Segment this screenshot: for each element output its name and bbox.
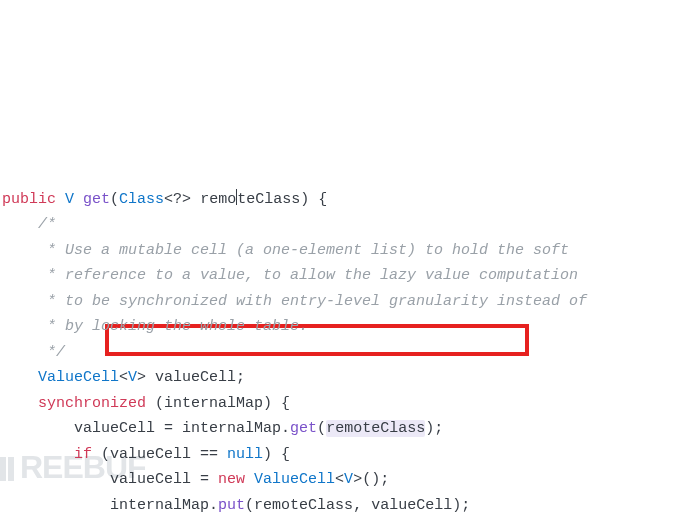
var-valuecell: valueCell (146, 369, 236, 386)
dot2: . (209, 497, 218, 514)
brace-open: { (309, 191, 327, 208)
var-internalmap3: internalMap (110, 497, 209, 514)
semicolon4: ; (461, 497, 470, 514)
semicolon2: ; (434, 420, 443, 437)
equals-equals: == (200, 446, 218, 463)
keyword-synchronized: synchronized (38, 395, 146, 412)
angle-open2: < (335, 471, 344, 488)
wildcard: <?> (164, 191, 191, 208)
method-put: put (218, 497, 245, 514)
comment-line-3: * reference to a value, to allow the laz… (2, 267, 578, 284)
type-v: V (65, 191, 74, 208)
var-internalmap2: internalMap (173, 420, 281, 437)
brace-open3: { (272, 446, 290, 463)
cond-valuecell: valueCell (110, 446, 200, 463)
type-v3: V (344, 471, 353, 488)
type-valuecell2: ValueCell (245, 471, 335, 488)
paren-open2: ( (146, 395, 164, 412)
lhs-valuecell: valueCell (74, 420, 164, 437)
method-get2: get (290, 420, 317, 437)
type-v2: V (128, 369, 137, 386)
null: null (218, 446, 263, 463)
type-class: Class (119, 191, 164, 208)
code-line-10: if (valueCell == null) { (2, 446, 290, 463)
paren-open3: ( (317, 420, 326, 437)
comment-line-1: /* (2, 216, 56, 233)
comment-line-6: */ (2, 344, 65, 361)
angle-close2: > (353, 471, 362, 488)
code-line-1: public V get(Class<?> remoteClass) { (2, 191, 327, 208)
code-line-7: ValueCell<V> valueCell; (2, 369, 245, 386)
paren-open: ( (110, 191, 119, 208)
arg-valuecell: valueCell (362, 497, 452, 514)
type-valuecell: ValueCell (38, 369, 119, 386)
angle-close: > (137, 369, 146, 386)
keyword-new: new (209, 471, 245, 488)
code-block: public V get(Class<?> remoteClass) { /* … (2, 161, 688, 518)
angle-open: < (119, 369, 128, 386)
comma: , (353, 497, 362, 514)
paren-close4: ) (263, 446, 272, 463)
arg-remoteclass: remoteClass (326, 420, 425, 437)
method-get: get (83, 191, 110, 208)
comment-line-5: * by locking the whole table. (2, 318, 308, 335)
comment-line-4: * to be synchronized with entry-level gr… (2, 293, 587, 310)
arg-remoteclass2: remoteClass (254, 497, 353, 514)
comment-line-2: * Use a mutable cell (a one-element list… (2, 242, 569, 259)
paren-open5: ( (245, 497, 254, 514)
semicolon3: ; (380, 471, 389, 488)
param-remoteclass-a: remo (200, 191, 236, 208)
paren-close: ) (300, 191, 309, 208)
code-line-12: internalMap.put(remoteClass, valueCell); (2, 497, 470, 514)
call-parens: () (362, 471, 380, 488)
paren-open4: ( (92, 446, 110, 463)
param-remoteclass-b: teClass (237, 191, 300, 208)
paren-close3: ) (425, 420, 434, 437)
brace-open2: { (272, 395, 290, 412)
paren-close2: ) (263, 395, 272, 412)
equals: = (164, 420, 173, 437)
dot: . (281, 420, 290, 437)
code-line-9: valueCell = internalMap.get(remoteClass)… (2, 420, 443, 437)
equals2: = (200, 471, 209, 488)
text-caret (236, 189, 237, 205)
lhs-valuecell2: valueCell (110, 471, 200, 488)
paren-close5: ) (452, 497, 461, 514)
code-line-8: synchronized (internalMap) { (2, 395, 290, 412)
code-line-11: valueCell = new ValueCell<V>(); (2, 471, 389, 488)
keyword-public: public (2, 191, 56, 208)
semicolon: ; (236, 369, 245, 386)
keyword-if: if (74, 446, 92, 463)
var-internalmap: internalMap (164, 395, 263, 412)
